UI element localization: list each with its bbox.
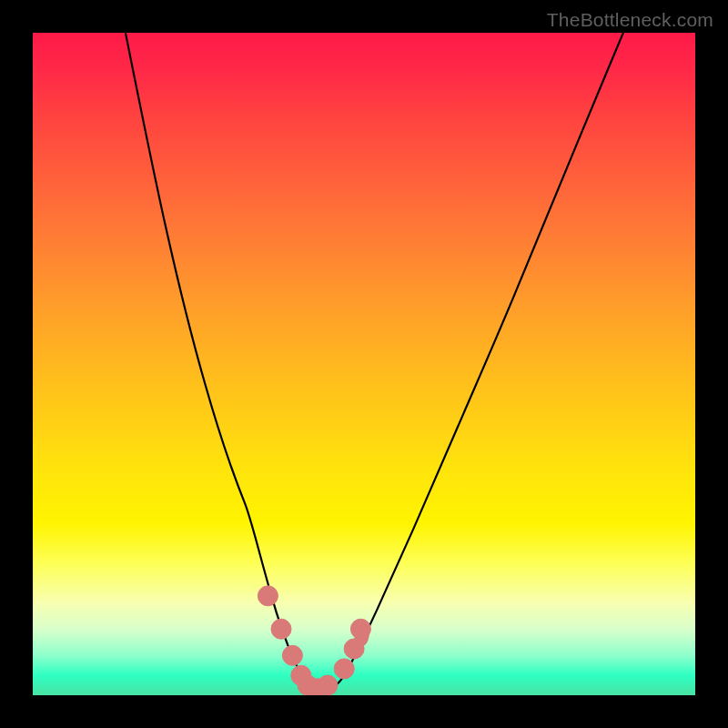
curve-line (126, 33, 641, 691)
plot-area (33, 33, 695, 695)
marker-group (258, 586, 370, 695)
marker-dot (334, 659, 354, 679)
watermark-text: TheBottleneck.com (547, 9, 713, 31)
marker-dot (318, 675, 338, 695)
marker-dot (258, 586, 278, 606)
chart-frame: TheBottleneck.com (0, 0, 728, 728)
bottleneck-curve-svg (33, 33, 695, 695)
marker-dot (271, 619, 291, 639)
marker-dot (282, 645, 302, 665)
